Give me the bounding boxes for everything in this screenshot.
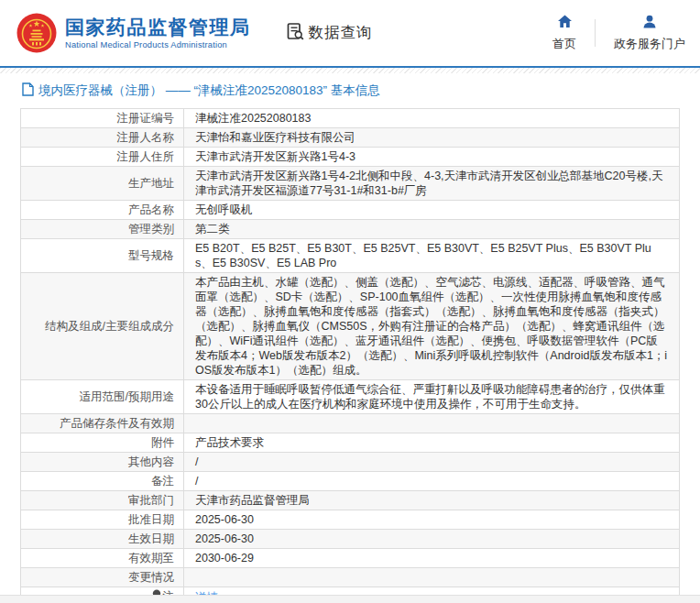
agency-title-block: 国家药品监督管理局 National Medical Products Admi… (65, 16, 251, 49)
breadcrumb: 境内医疗器械（注册） —— “津械注准20252080183” 基本信息 (0, 73, 700, 106)
row-label-text: 附件 (151, 436, 174, 449)
row-value: 2030-06-29 (184, 549, 680, 568)
table-row: 变更情况 (21, 568, 680, 587)
table-row: 型号规格 E5 B20T、E5 B25T、E5 B30T、E5 B25VT、E5… (21, 239, 680, 273)
row-label-text: 注册人名称 (117, 131, 175, 144)
table-row: 备注 / (21, 472, 680, 491)
row-value: 天津怡和嘉业医疗科技有限公司 (184, 128, 680, 148)
row-label-text: 产品名称 (128, 203, 174, 216)
table-row: 审批部门 天津市药品监督管理局 (21, 491, 680, 510)
table-row: 产品名称 无创呼吸机 (21, 201, 680, 220)
data-query-button[interactable]: 数据查询 (286, 22, 373, 45)
row-value-text: 天津市药品监督管理局 (195, 494, 310, 507)
table-row: 生产地址 天津市武清开发区新兴路1号4-2北侧和中段、4-3,天津市武清开发区创… (21, 167, 680, 201)
info-table: 注册证编号 津械注准20252080183 注册人名称 天津怡和嘉业医疗科技有限… (20, 108, 680, 603)
row-label: 适用范围/预期用途 (21, 380, 184, 414)
table-row: 附件 产品技术要求 (21, 433, 680, 453)
row-value (184, 568, 680, 587)
document-search-icon (286, 22, 309, 45)
row-value: 津械注准20252080183 (184, 109, 680, 128)
row-value-text: 天津怡和嘉业医疗科技有限公司 (195, 131, 355, 144)
table-row: 管理类别 第二类 (21, 220, 680, 239)
header-nav: 首页 政务服务门户 (549, 15, 689, 52)
row-label: 产品储存条件及有效期 (21, 414, 184, 433)
row-label-text: 审批部门 (128, 494, 174, 507)
row-value: / (184, 453, 680, 472)
footer-strip (0, 595, 700, 603)
table-row: 生效日期 2025-06-30 (21, 530, 680, 549)
file-icon (22, 82, 38, 99)
row-label-text: 注册人住所 (117, 150, 175, 163)
row-label-text: 结构及组成/主要组成成分 (45, 320, 174, 333)
table-row: 注册证编号 津械注准20252080183 (21, 109, 680, 128)
row-label: 有效期至 (21, 549, 184, 568)
row-value: 本设备适用于睡眠呼吸暂停低通气综合征、严重打鼾以及呼吸功能障碍患者的治疗，仅供体… (184, 380, 680, 414)
row-value: 天津市武清开发区新兴路1号4-2北侧和中段、4-3,天津市武清开发区创业总部基地… (184, 167, 680, 201)
table-row: 适用范围/预期用途 本设备适用于睡眠呼吸暂停低通气综合征、严重打鼾以及呼吸功能障… (21, 380, 680, 414)
row-value: 天津市武清开发区新兴路1号4-3 (184, 148, 680, 167)
row-label: 生效日期 (21, 530, 184, 549)
site-header: 国家药品监督管理局 National Medical Products Admi… (0, 0, 700, 68)
row-label: 结构及组成/主要组成成分 (21, 273, 184, 380)
table-row: 产品储存条件及有效期 (21, 414, 680, 433)
row-value: / (184, 472, 680, 491)
row-value-text: 本产品由主机、水罐（选配）、侧盖（选配）、空气滤芯、电源线、适配器、呼吸管路、通… (195, 276, 667, 377)
row-value: 产品技术要求 (184, 433, 680, 453)
row-label-text: 产品储存条件及有效期 (60, 417, 174, 430)
row-value-text: 2025-06-30 (195, 532, 254, 545)
row-label: 型号规格 (21, 239, 184, 273)
row-label-text: 其他内容 (128, 455, 174, 468)
row-value-text: 2025-06-30 (195, 513, 254, 526)
nav-portal-label: 政务服务门户 (614, 36, 685, 52)
table-row: 结构及组成/主要组成成分 本产品由主机、水罐（选配）、侧盖（选配）、空气滤芯、电… (21, 273, 680, 380)
row-label: 生产地址 (21, 167, 184, 201)
row-label: 变更情况 (21, 568, 184, 587)
row-label-text: 变更情况 (128, 571, 174, 584)
table-row: 其他内容 / (21, 453, 680, 472)
row-value-text: 无创呼吸机 (195, 203, 253, 216)
row-value-text: 津械注准20252080183 (195, 112, 311, 125)
row-label-text: 备注 (151, 475, 174, 488)
table-row: 有效期至 2030-06-29 (21, 549, 680, 568)
row-value: E5 B20T、E5 B25T、E5 B30T、E5 B25VT、E5 B30V… (184, 239, 680, 273)
row-value: 第二类 (184, 220, 680, 239)
row-label-text: 型号规格 (128, 249, 174, 262)
breadcrumb-text: 境内医疗器械（注册） —— “津械注准20252080183” 基本信息 (38, 82, 380, 99)
national-emblem-logo[interactable] (16, 13, 57, 53)
nav-home-label: 首页 (552, 36, 576, 52)
table-row: 注册人住所 天津市武清开发区新兴路1号4-3 (21, 148, 680, 167)
row-label-text: 生产地址 (128, 177, 174, 190)
row-value: 2025-06-30 (184, 530, 680, 549)
agency-name: 国家药品监督管理局 (65, 16, 251, 38)
row-value: 无创呼吸机 (184, 201, 680, 220)
row-value-text: 产品技术要求 (195, 436, 264, 449)
nav-portal[interactable]: 政务服务门户 (610, 15, 689, 52)
row-label: 产品名称 (21, 201, 184, 220)
row-label: 备注 (21, 472, 184, 491)
row-label-text: 注册证编号 (117, 112, 175, 125)
row-label-text: 适用范围/预期用途 (80, 390, 174, 403)
row-label: 管理类别 (21, 220, 184, 239)
row-value-text: 天津市武清开发区新兴路1号4-3 (195, 150, 355, 163)
nav-divider (595, 19, 596, 47)
row-value-text: 天津市武清开发区新兴路1号4-2北侧和中段、4-3,天津市武清开发区创业总部基地… (195, 170, 662, 197)
data-query-label: 数据查询 (309, 23, 373, 43)
nav-home[interactable]: 首页 (549, 15, 580, 52)
row-value-text: 第二类 (195, 223, 230, 236)
row-label-text: 生效日期 (128, 532, 174, 545)
row-label-text: 批准日期 (128, 513, 174, 526)
agency-name-en: National Medical Products Administration (65, 40, 251, 49)
table-row: 批准日期 2025-06-30 (21, 510, 680, 530)
row-value: 2025-06-30 (184, 510, 680, 530)
row-label-text: 有效期至 (128, 552, 174, 565)
home-icon (557, 15, 573, 36)
table-row: 注册人名称 天津怡和嘉业医疗科技有限公司 (21, 128, 680, 148)
row-label: 其他内容 (21, 453, 184, 472)
row-value (184, 414, 680, 433)
row-label: 审批部门 (21, 491, 184, 510)
row-value: 天津市药品监督管理局 (184, 491, 680, 510)
row-label: 注册证编号 (21, 109, 184, 128)
row-value: 本产品由主机、水罐（选配）、侧盖（选配）、空气滤芯、电源线、适配器、呼吸管路、通… (184, 273, 680, 380)
user-icon (642, 15, 657, 36)
row-value-text: / (195, 475, 198, 488)
